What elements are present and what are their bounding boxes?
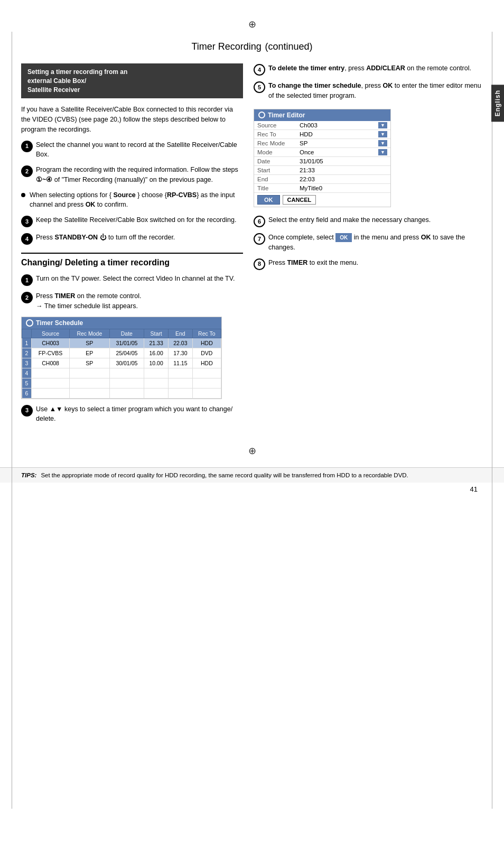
cell-start: 10.00 [144, 358, 169, 368]
editor-label: Title [254, 184, 296, 193]
editor-value-text: SP [300, 140, 307, 146]
right-column: 4 To delete the timer entry, press ADD/C… [254, 63, 483, 429]
cell-rec_mode: SP [70, 338, 109, 348]
left-column: Setting a timer recording from an extern… [21, 63, 243, 429]
right-step-6: 6 Select the entry field and make the ne… [254, 215, 483, 227]
step-4-left-content: Press STANDBY-ON ⏻ to turn off the recor… [36, 233, 243, 243]
cell-rec_mode [70, 368, 109, 378]
cell-rec_to [192, 368, 221, 378]
tips-text: Set the appropriate mode of record quali… [41, 472, 408, 478]
cell-rec_mode: EP [70, 348, 109, 358]
timer-editor-cancel-btn[interactable]: CANCEL [283, 195, 316, 205]
cell-date: 25/04/05 [109, 348, 144, 358]
cell-source [32, 378, 70, 388]
page-title-area: Timer Recording (continued) [0, 33, 504, 53]
cell-start [144, 388, 169, 398]
table-row: 1CH003SP31/01/0521.3322.03HDD [22, 338, 221, 348]
editor-row: Rec ModeSP▼ [254, 139, 390, 148]
title-suffix: (continued) [265, 41, 312, 52]
dropdown-arrow-icon[interactable]: ▼ [378, 140, 387, 146]
cell-end [168, 388, 192, 398]
step-1: 1 Select the channel you want to record … [21, 140, 243, 160]
left-border [12, 32, 12, 809]
setting-box: Setting a timer recording from an extern… [21, 63, 243, 98]
section-step-3-number: 3 [21, 405, 33, 417]
section-step-1-content: Turn on the TV power. Select the correct… [36, 274, 243, 284]
cell-end: 11.15 [168, 358, 192, 368]
cell-date: 31/01/05 [109, 338, 144, 348]
page-title: Timer Recording (continued) [0, 38, 504, 53]
editor-value-text: HDD [300, 131, 313, 137]
cell-rec_mode [70, 378, 109, 388]
right-step-5: 5 To change the timer schedule, press OK… [254, 81, 483, 101]
table-row: 3CH008SP30/01/0510.0011.15HDD [22, 358, 221, 368]
page-number: 41 [0, 485, 504, 493]
step-1-content: Select the channel you want to record at… [36, 140, 243, 160]
col-end: End [168, 329, 192, 338]
intro-para: If you have a Satellite Receiver/Cable B… [21, 105, 243, 134]
row-number: 2 [22, 348, 32, 358]
cell-date [109, 368, 144, 378]
step-3-content: Keep the Satellite Receiver/Cable Box sw… [36, 215, 243, 225]
cell-source: CH003 [32, 338, 70, 348]
cell-end: 17.30 [168, 348, 192, 358]
row-number: 1 [22, 338, 32, 348]
cell-rec_to: HDD [192, 338, 221, 348]
section-step-3: 3 Use ▲▼ keys to select a timer program … [21, 404, 243, 424]
editor-row: Rec ToHDD▼ [254, 130, 390, 139]
right-step-6-content: Select the entry field and make the nece… [268, 215, 483, 225]
step-2: 2 Program the recording with the require… [21, 165, 243, 185]
setting-line1: Setting a timer recording from an [27, 68, 127, 76]
cell-date [109, 378, 144, 388]
right-step-8-content: Press TIMER to exit the menu. [268, 258, 483, 268]
section-step-3-content: Use ▲▼ keys to select a timer program wh… [36, 404, 243, 424]
setting-line3: Satellite Receiver [27, 86, 80, 94]
timer-editor-ok-btn[interactable]: OK [257, 195, 280, 205]
cell-source [32, 368, 70, 378]
editor-value-text: Once [300, 149, 314, 155]
timer-schedule-box: Timer Schedule Source Rec Mode Date Star… [21, 317, 222, 399]
cell-date [109, 388, 144, 398]
row-number: 6 [22, 388, 32, 398]
row-number: 5 [22, 378, 32, 388]
timer-schedule-header: Timer Schedule [22, 317, 221, 329]
editor-value: 21:33 [296, 166, 390, 175]
cell-rec_to: HDD [192, 358, 221, 368]
col-start: Start [144, 329, 169, 338]
dropdown-arrow-icon[interactable]: ▼ [378, 122, 387, 128]
col-recto: Rec To [192, 329, 221, 338]
editor-row: TitleMyTitle0 [254, 184, 390, 193]
cell-rec_mode: SP [70, 358, 109, 368]
timer-editor-table: SourceCh003▼Rec ToHDD▼Rec ModeSP▼ModeOnc… [254, 121, 390, 193]
tips-label: TIPS: [21, 472, 36, 478]
editor-value: HDD▼ [296, 130, 390, 139]
step-1-number: 1 [21, 141, 33, 152]
col-num [22, 329, 32, 338]
dropdown-arrow-icon[interactable]: ▼ [378, 149, 387, 155]
editor-label: Mode [254, 148, 296, 157]
section-step-1-number: 1 [21, 274, 33, 286]
editor-label: Date [254, 157, 296, 166]
section-step-1: 1 Turn on the TV power. Select the corre… [21, 274, 243, 286]
section-step-2-content: Press TIMER on the remote control. → The… [36, 291, 243, 311]
row-number: 4 [22, 368, 32, 378]
step-3-number: 3 [21, 216, 33, 227]
timer-editor-box: Timer Editor SourceCh003▼Rec ToHDD▼Rec M… [254, 109, 391, 208]
cell-rec_to: DVD [192, 348, 221, 358]
editor-label: Source [254, 121, 296, 130]
title-text: Timer Recording [191, 41, 261, 52]
cell-end [168, 378, 192, 388]
tips-box: TIPS: Set the appropriate mode of record… [0, 467, 504, 483]
editor-label: End [254, 175, 296, 184]
col-date: Date [109, 329, 144, 338]
right-step-5-number: 5 [254, 81, 265, 93]
cell-end [168, 368, 192, 378]
dropdown-arrow-icon[interactable]: ▼ [378, 131, 387, 137]
col-source: Source [32, 329, 70, 338]
section-step-2-number: 2 [21, 292, 33, 303]
editor-label: Start [254, 166, 296, 175]
table-row: 4 [22, 368, 221, 378]
right-step-4-content: To delete the timer entry, press ADD/CLE… [268, 63, 483, 73]
setting-line2: external Cable Box/ [27, 77, 86, 85]
top-compass: ⊕ [0, 18, 504, 30]
